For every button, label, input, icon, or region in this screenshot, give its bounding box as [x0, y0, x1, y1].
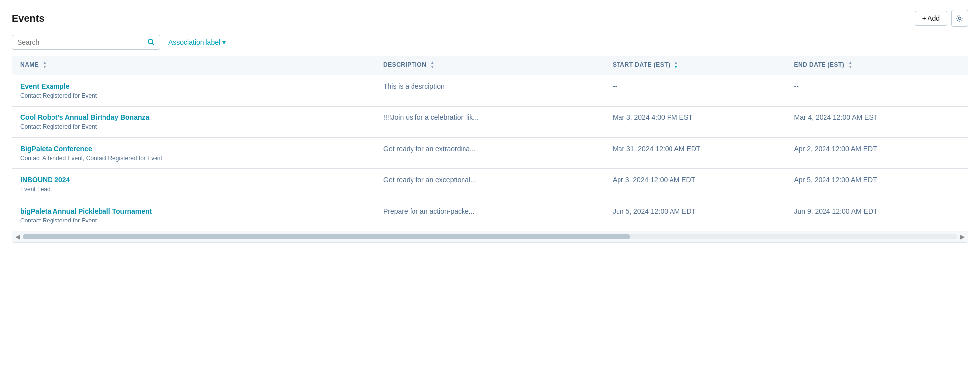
table-header-row: NAME ▲ ▼ DESCRIPTION ▲ ▼	[12, 56, 968, 75]
scroll-track	[23, 234, 957, 239]
cell-end-date-3: Apr 5, 2024 12:00 AM EDT	[786, 168, 968, 200]
event-label-0: Contact Registered for Event	[20, 92, 97, 99]
event-label-4: Contact Registered for Event	[20, 217, 97, 224]
cell-end-date-4: Jun 9, 2024 12:00 AM EDT	[786, 200, 968, 231]
col-header-end-date[interactable]: END DATE (EST) ▲ ▼	[786, 56, 968, 75]
event-description-3: Get ready for an exceptional...	[383, 176, 476, 184]
cell-end-date-1: Mar 4, 2024 12:00 AM EST	[786, 106, 968, 137]
event-name-link-2[interactable]: BigPaleta Conference	[20, 145, 367, 153]
sort-arrows-description: ▲ ▼	[430, 61, 434, 70]
scroll-thumb	[23, 234, 630, 239]
header: Events + Add	[12, 10, 968, 27]
sort-arrows-name: ▲ ▼	[43, 61, 47, 70]
settings-button[interactable]	[951, 10, 968, 27]
event-start-date-4: Jun 5, 2024 12:00 AM EDT	[613, 207, 696, 215]
table-row: Event Example Contact Registered for Eve…	[12, 75, 968, 106]
table-container: NAME ▲ ▼ DESCRIPTION ▲ ▼	[12, 56, 968, 243]
cell-description-4: Prepare for an action-packe...	[375, 200, 605, 231]
scroll-right-arrow[interactable]: ▶	[957, 232, 968, 241]
event-end-date-1: Mar 4, 2024 12:00 AM EST	[794, 113, 877, 121]
association-label-button[interactable]: Association label ▾	[166, 35, 228, 49]
event-label-2: Contact Attended Event, Contact Register…	[20, 155, 162, 162]
cell-start-date-4: Jun 5, 2024 12:00 AM EDT	[605, 200, 786, 231]
search-wrapper	[12, 35, 160, 50]
cell-description-3: Get ready for an exceptional...	[375, 168, 605, 200]
event-end-date-3: Apr 5, 2024 12:00 AM EDT	[794, 176, 877, 184]
scroll-left-arrow[interactable]: ◀	[12, 232, 23, 241]
event-name-link-1[interactable]: Cool Robot's Annual Birthday Bonanza	[20, 113, 367, 121]
horizontal-scrollbar[interactable]: ◀ ▶	[12, 231, 968, 242]
col-header-name[interactable]: NAME ▲ ▼	[12, 56, 375, 75]
svg-point-1	[148, 39, 153, 44]
col-header-start-date[interactable]: START DATE (EST) ▲ ▼	[605, 56, 786, 75]
event-name-link-0[interactable]: Event Example	[20, 82, 367, 90]
search-input[interactable]	[17, 38, 147, 46]
cell-name-1: Cool Robot's Annual Birthday Bonanza Con…	[12, 106, 375, 137]
toolbar: Association label ▾	[12, 35, 968, 50]
cell-start-date-3: Apr 3, 2024 12:00 AM EDT	[605, 168, 786, 200]
event-end-date-0: --	[794, 82, 798, 90]
event-end-date-4: Jun 9, 2024 12:00 AM EDT	[794, 207, 877, 215]
event-label-1: Contact Registered for Event	[20, 123, 97, 130]
gear-icon	[956, 14, 964, 22]
event-name-link-3[interactable]: INBOUND 2024	[20, 176, 367, 184]
event-description-2: Get ready for an extraordina...	[383, 145, 476, 153]
cell-end-date-2: Apr 2, 2024 12:00 AM EDT	[786, 137, 968, 168]
table-row: Cool Robot's Annual Birthday Bonanza Con…	[12, 106, 968, 137]
table-row: BigPaleta Conference Contact Attended Ev…	[12, 137, 968, 168]
page-title: Events	[12, 13, 45, 24]
event-description-0: This is a desrciption	[383, 82, 445, 90]
event-name-link-4[interactable]: bigPaleta Annual Pickleball Tournament	[20, 207, 367, 215]
event-description-1: !!!!Join us for a celebration lik...	[383, 113, 479, 121]
sort-arrows-end-date: ▲ ▼	[848, 61, 852, 70]
cell-name-3: INBOUND 2024 Event Lead	[12, 168, 375, 200]
event-end-date-2: Apr 2, 2024 12:00 AM EDT	[794, 145, 877, 153]
cell-name-4: bigPaleta Annual Pickleball Tournament C…	[12, 200, 375, 231]
table-row: INBOUND 2024 Event Lead Get ready for an…	[12, 168, 968, 200]
col-header-description[interactable]: DESCRIPTION ▲ ▼	[375, 56, 605, 75]
cell-start-date-2: Mar 31, 2024 12:00 AM EDT	[605, 137, 786, 168]
events-table: NAME ▲ ▼ DESCRIPTION ▲ ▼	[12, 56, 968, 231]
cell-end-date-0: --	[786, 75, 968, 106]
event-label-3: Event Lead	[20, 186, 51, 193]
cell-description-1: !!!!Join us for a celebration lik...	[375, 106, 605, 137]
svg-point-0	[959, 17, 961, 20]
event-start-date-3: Apr 3, 2024 12:00 AM EDT	[613, 176, 695, 184]
cell-start-date-0: --	[605, 75, 786, 106]
event-start-date-0: --	[613, 82, 617, 90]
chevron-down-icon: ▾	[222, 38, 226, 46]
add-button[interactable]: + Add	[915, 11, 947, 26]
header-actions: + Add	[915, 10, 968, 27]
cell-name-0: Event Example Contact Registered for Eve…	[12, 75, 375, 106]
table-row: bigPaleta Annual Pickleball Tournament C…	[12, 200, 968, 231]
page-container: Events + Add Association label ▾	[0, 0, 980, 389]
search-icon	[147, 38, 155, 46]
event-description-4: Prepare for an action-packe...	[383, 207, 474, 215]
cell-name-2: BigPaleta Conference Contact Attended Ev…	[12, 137, 375, 168]
sort-arrows-start-date: ▲ ▼	[674, 61, 678, 70]
cell-description-0: This is a desrciption	[375, 75, 605, 106]
cell-description-2: Get ready for an extraordina...	[375, 137, 605, 168]
cell-start-date-1: Mar 3, 2024 4:00 PM EST	[605, 106, 786, 137]
svg-line-2	[152, 43, 154, 45]
event-start-date-1: Mar 3, 2024 4:00 PM EST	[613, 113, 693, 121]
event-start-date-2: Mar 31, 2024 12:00 AM EDT	[613, 145, 700, 153]
